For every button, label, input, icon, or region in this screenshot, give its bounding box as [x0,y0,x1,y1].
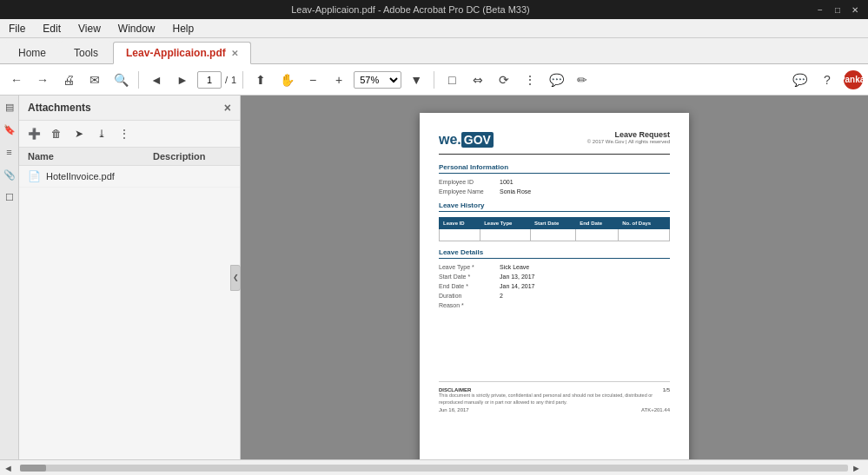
page-number-input[interactable] [197,71,222,89]
attachments-sidebar: Attachments × ➕ 🗑 ➤ ⤓ ⋮ Name Description… [19,96,241,459]
end-date-row: End Date * Jan 14, 2017 [439,283,670,289]
attachment-item[interactable]: 📄 HotelInvoice.pdf [19,166,240,188]
title-bar-controls[interactable]: − □ ✕ [814,3,861,16]
duration-value: 2 [500,293,503,299]
pen-btn[interactable]: ✏ [571,69,593,91]
col-leave-type: Leave Type [480,218,531,229]
search-btn[interactable]: 🔍 [109,69,132,91]
menu-file[interactable]: File [5,21,29,36]
sidebar-col-header: Name Description [19,148,240,166]
sidebar-toolbar: ➕ 🗑 ➤ ⤓ ⋮ [19,121,240,148]
end-date-value: Jan 14, 2017 [500,283,534,289]
toolbar-sep-2 [242,71,243,89]
zoom-in-btn[interactable]: + [328,69,350,91]
sidebar-add-btn[interactable]: ➕ [24,124,43,143]
page-separator: / [225,75,228,85]
reason-label: Reason * [439,302,500,308]
ribbon-tabs: Home Tools Leav-Applicaion.pdf ✕ [0,38,868,64]
reason-row: Reason * [439,302,670,308]
tab-tools[interactable]: Tools [61,41,111,63]
start-date-row: Start Date * Jan 13, 2017 [439,274,670,280]
scroll-right-btn[interactable]: ► [851,463,861,473]
page-total: 1 [231,75,236,85]
left-panel-icons: ▤ 🔖 ≡ 📎 ☐ [0,96,19,459]
pdf-footer-bottom-row: Jun 16, 2017 ATK+201.44 [439,407,670,412]
sidebar-export-btn[interactable]: ⤓ [92,124,111,143]
menu-window[interactable]: Window [115,21,159,36]
back-btn[interactable]: ← [5,69,28,91]
pdf-logo: we.GOV [439,130,494,148]
employee-id-row: Employee ID 1001 [439,179,670,185]
leave-history-empty-row [440,229,670,241]
sidebar-options-btn[interactable]: ⋮ [115,124,134,143]
maximize-btn[interactable]: □ [832,3,844,16]
menu-edit[interactable]: Edit [39,21,64,36]
leave-details-title: Leave Details [439,248,670,259]
rotate-btn[interactable]: ⟳ [493,69,515,91]
pdf-viewer[interactable]: we.GOV Leave Request © 2017 We.Gov | All… [241,96,868,459]
leave-history-title: Leave History [439,201,670,212]
next-page-btn[interactable]: ► [171,69,194,91]
sidebar-forward-btn[interactable]: ➤ [70,124,89,143]
duration-row: Duration 2 [439,293,670,299]
pdf-main-title: Leave Request [587,130,670,139]
bookmark-icon[interactable]: 🔖 [2,122,17,137]
close-btn[interactable]: ✕ [849,3,861,16]
file-icon: 📄 [28,170,41,182]
comment-btn[interactable]: 💬 [545,69,567,91]
notifications-btn[interactable]: 💬 [788,69,811,91]
tab-close-icon[interactable]: ✕ [231,49,238,58]
end-date-label: End Date * [439,283,500,289]
page-thumbnail-icon[interactable]: ▤ [2,99,17,115]
employee-name-row: Employee Name Sonia Rose [439,188,670,195]
forward-btn[interactable]: → [31,69,54,91]
sidebar-delete-btn[interactable]: 🗑 [47,124,66,143]
fit-width-btn[interactable]: ⇔ [467,69,489,91]
pdf-footer-page-num: 1/5 [663,387,670,393]
pdf-header: we.GOV Leave Request © 2017 We.Gov | All… [439,130,670,155]
title-bar: Leav-Applicaion.pdf - Adobe Acrobat Pro … [0,0,868,19]
layers-icon[interactable]: ≡ [2,144,17,160]
employee-name-value: Sonia Rose [500,188,531,195]
duration-label: Duration [439,293,500,299]
sidebar-collapse-handle[interactable]: ❮ [230,265,241,291]
tools-extra-btn[interactable]: ⋮ [519,69,541,91]
prev-page-btn[interactable]: ◄ [145,69,168,91]
col-end-date: End Date [576,218,619,229]
print-btn[interactable]: 🖨 [57,69,80,91]
pdf-footer-date: Jun 16, 2017 [439,407,469,412]
zoom-out-btn[interactable]: − [301,69,324,91]
email-btn[interactable]: ✉ [83,69,106,91]
main-area: ▤ 🔖 ≡ 📎 ☐ Attachments × ➕ 🗑 ➤ ⤓ ⋮ Name D… [0,96,868,459]
fit-page-btn[interactable]: □ [441,69,463,91]
zoom-select[interactable]: 57% 75% 100% 125% [354,71,401,89]
attachment-filename: HotelInvoice.pdf [46,171,115,181]
attachments-icon[interactable]: 📎 [2,167,17,182]
start-date-label: Start Date * [439,274,500,280]
fields-icon[interactable]: ☐ [2,189,17,205]
cursor-tool-btn[interactable]: ⬆ [249,69,272,91]
pdf-sub-title: © 2017 We.Gov | All rights reserved [587,139,670,144]
minimize-btn[interactable]: − [814,3,826,16]
menu-bar: File Edit View Window Help [0,19,868,38]
main-toolbar: ← → 🖨 ✉ 🔍 ◄ ► / 1 ⬆ ✋ − + 57% 75% 100% 1… [0,64,868,96]
title-bar-title: Leav-Applicaion.pdf - Adobe Acrobat Pro … [7,4,814,15]
pdf-spacer [439,312,670,364]
menu-help[interactable]: Help [169,21,198,36]
tab-home[interactable]: Home [5,41,59,63]
menu-view[interactable]: View [75,21,104,36]
tab-document[interactable]: Leav-Applicaion.pdf ✕ [113,42,251,64]
scroll-left-btn[interactable]: ◄ [3,463,13,473]
profile-area: 💬 ? Pankaj [788,69,863,91]
col-name-header: Name [28,151,153,162]
user-avatar[interactable]: Pankaj [844,70,863,89]
hand-tool-btn[interactable]: ✋ [275,69,298,91]
scroll-thumb[interactable] [20,465,46,472]
leave-type-label: Leave Type * [439,264,500,270]
pdf-title-block: Leave Request © 2017 We.Gov | All rights… [587,130,670,144]
col-desc-header: Description [153,151,231,162]
leave-type-value: Sick Leave [500,264,529,270]
help-icon-btn[interactable]: ? [816,69,838,91]
sidebar-close-btn[interactable]: × [224,101,231,115]
zoom-dropdown-btn[interactable]: ▼ [405,69,427,91]
